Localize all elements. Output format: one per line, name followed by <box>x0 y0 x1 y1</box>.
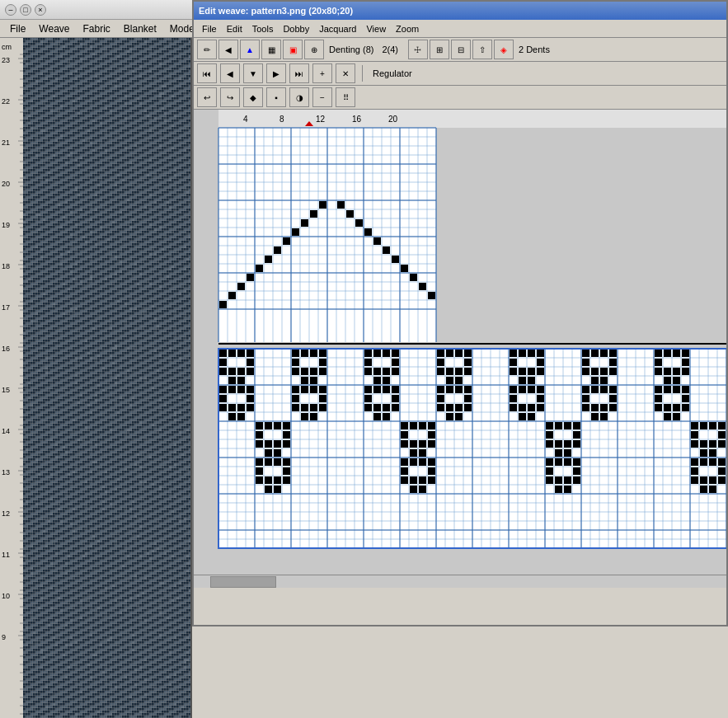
tool-prev[interactable]: ◀ <box>220 63 240 83</box>
tool-undo[interactable]: ↩ <box>197 87 217 107</box>
menu-fabric[interactable]: Fabric <box>76 21 116 36</box>
weave-editor: Edit weave: pattern3.png (20x80;20) File… <box>192 0 728 626</box>
tool-pencil[interactable]: ✏ <box>197 40 217 59</box>
weave-menu-file[interactable]: File <box>197 22 222 35</box>
tool-fill[interactable]: ◆ <box>243 87 263 107</box>
denting-label: Denting (8) <box>326 45 377 54</box>
tool-minus[interactable]: − <box>312 87 332 107</box>
dents-label: 2 Dents <box>515 45 553 54</box>
regulator-label: Regulator <box>369 68 416 78</box>
menu-blanket[interactable]: Blanket <box>117 21 163 36</box>
tool-redo[interactable]: ↪ <box>220 87 240 107</box>
tool-move[interactable]: ☩ <box>408 40 428 59</box>
denting-value: 2(4) <box>378 45 402 54</box>
ruler-left <box>0 38 23 718</box>
scroll-thumb[interactable] <box>210 576 276 588</box>
tool-grid-add[interactable]: ⊟ <box>451 40 471 59</box>
tool-red2[interactable]: ◈ <box>494 40 514 59</box>
tool-cross[interactable]: ✕ <box>336 63 355 83</box>
horizontal-scrollbar[interactable] <box>194 575 726 588</box>
tool-down-arrow[interactable]: ▼ <box>243 63 263 83</box>
weave-menu-edit[interactable]: Edit <box>222 22 247 35</box>
menu-file[interactable]: File <box>3 21 32 36</box>
weave-menu-zoom[interactable]: Zoom <box>391 22 424 35</box>
fabric-panel <box>0 38 192 718</box>
maximize-button[interactable]: □ <box>20 4 31 16</box>
weave-editor-title: Edit weave: pattern3.png (20x80;20) <box>199 6 353 16</box>
weave-editor-titlebar: Edit weave: pattern3.png (20x80;20) <box>194 2 726 20</box>
tool-fill-red[interactable]: ▣ <box>283 40 303 59</box>
weave-canvas[interactable] <box>194 110 726 588</box>
tool-lines[interactable]: ▦ <box>261 40 281 59</box>
minimize-button[interactable]: – <box>5 4 16 16</box>
tool-arrow-up[interactable]: ▲ <box>240 40 260 59</box>
tool-invert[interactable]: ◑ <box>289 87 309 107</box>
tool-select[interactable]: ⊞ <box>430 40 449 59</box>
weave-menu-jacquard[interactable]: Jacquard <box>314 22 361 35</box>
weave-menubar: File Edit Tools Dobby Jacquard View Zoom <box>194 20 726 38</box>
tool-dot-grid[interactable]: ⠿ <box>336 87 355 107</box>
weave-content <box>194 110 726 588</box>
tool-plus[interactable]: + <box>312 63 332 83</box>
tool-checker[interactable]: ▪ <box>266 87 286 107</box>
tool-forward[interactable]: ⏭ <box>289 63 309 83</box>
tool-undo-arrow[interactable]: ◀ <box>218 40 238 59</box>
right-panel: Edit weave: pattern3.png (20x80;20) File… <box>192 38 728 718</box>
tool-shift[interactable]: ⇧ <box>472 40 492 59</box>
weave-menu-tools[interactable]: Tools <box>247 22 279 35</box>
tool-zoom-in[interactable]: ⊕ <box>304 40 324 59</box>
tool-rewind[interactable]: ⏮ <box>197 63 217 83</box>
tool-next[interactable]: ▶ <box>266 63 286 83</box>
weave-menu-dobby[interactable]: Dobby <box>278 22 314 35</box>
menu-weave[interactable]: Weave <box>32 21 76 36</box>
weave-menu-view[interactable]: View <box>361 22 391 35</box>
close-button[interactable]: × <box>35 4 46 16</box>
